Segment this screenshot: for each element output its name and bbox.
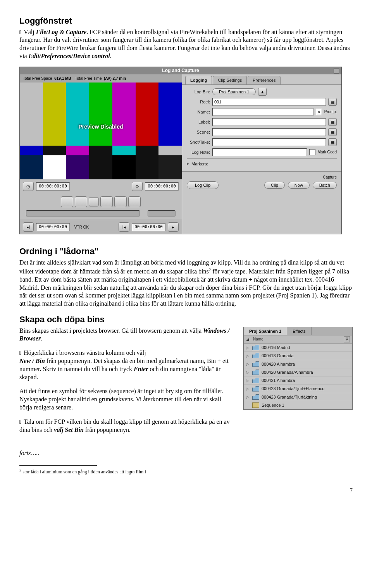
chevron-right-icon: ▷ [246,370,250,375]
page-number: 7 [19,487,353,495]
mark-good-checkbox[interactable] [309,149,315,155]
shot-take-input[interactable] [212,138,326,146]
forts-label: forts….. [19,449,353,457]
reel-label: Reel: [187,99,210,105]
bin-icon [252,370,259,375]
para-bins-a: Bins skapas enklast i projektets browser… [19,327,234,343]
column-sort[interactable]: ∇ [344,336,350,342]
shuttle-slider[interactable] [26,210,140,217]
footnote-rule [19,465,97,466]
log-note-input[interactable] [212,148,307,156]
list-item[interactable]: Sequence 1 [244,401,352,409]
list-item[interactable]: ▷ 000418 Granada [244,352,352,360]
browser-tab-effects[interactable]: Effects [287,327,311,335]
status-bar: Total Free Space 619,1 MB Total Free Tim… [20,74,182,83]
chevron-right-icon: ▷ [246,345,250,350]
shot-take-slate-button[interactable]: ▦ [328,138,337,146]
log-clip-button[interactable]: Log Clip [187,181,219,189]
play-button[interactable] [100,196,113,207]
bin-icon [252,361,259,367]
window-collapse-button[interactable] [334,68,339,74]
label-label-field: Label: [187,119,210,125]
preview-area: Preview Disabled [20,83,182,179]
rewind-button[interactable] [61,196,73,207]
chevron-right-icon: ▷ [246,378,250,383]
scene-label: Scene: [187,129,210,135]
log-bin-button[interactable]: Proj Spaninen 1 [212,88,256,95]
reel-slate-button[interactable]: ▦ [328,98,337,106]
log-bin-label: Log Bin: [187,89,210,95]
duration-timecode[interactable]: 00:00:00:00 [145,182,179,190]
list-item[interactable]: ▷ 000423 Granada/Tjurf+Flamenco [244,385,352,393]
browser-panel: Proj Spaninen 1 Effects ◢ Name ∇ ▷ 00041… [243,327,353,410]
scene-input[interactable] [212,128,326,136]
mark-good-label: Mark Good [318,150,337,155]
triangle-icon: ◢ [246,337,253,342]
bin-icon [252,345,259,350]
reel-input[interactable] [212,98,326,106]
heading-ordning: Ordning i "lådorna" [19,246,353,257]
sequence-icon [252,402,259,408]
transport-controls [20,193,182,210]
para-bins-c: Att det finns en symbol för sekvens (seq… [19,387,234,411]
chevron-right-icon: ▷ [246,394,250,399]
apple-icon:  [19,350,21,356]
capture-batch-button[interactable]: Batch [313,182,337,189]
para-ordning: Det är inte alldeles självklart vad som … [19,259,353,308]
capture-now-button[interactable]: Now [288,182,310,189]
bin-icon [252,394,259,400]
out-timecode[interactable]: 00:00:00:00 [132,223,165,231]
name-input[interactable] [212,108,313,116]
log-note-label: Log Note: [187,150,210,155]
capture-clip-button[interactable]: Clip [264,182,285,189]
apple-icon:  [19,29,21,35]
name-label: Name: [187,109,210,115]
prompt-checkbox[interactable]: ✕ [316,109,322,115]
capture-title: Capture [187,175,337,180]
tab-logging[interactable]: Logging [185,76,212,84]
chevron-right-icon [187,162,189,165]
clock-icon[interactable]: ◷ [23,182,34,191]
list-item[interactable]: ▷ 000423 Granada/Tjurfäktning [244,393,352,401]
para-bins-b:  Högerklicka i browserns vänstra kolumn… [19,349,234,381]
current-timecode[interactable]: 00:00:00:00 [36,182,70,190]
log-and-capture-window: Log and Capture Total Free Space 619,1 M… [19,67,342,235]
list-item[interactable]: ▷ 000420 Granada/Alhambra [244,368,352,377]
stop-button[interactable] [89,197,99,206]
para-loggfonstret:  Välj File/Log & Capture. FCP sänder då… [19,28,353,60]
step-back-button[interactable] [75,196,87,207]
apple-icon:  [19,419,21,425]
chevron-right-icon: ▷ [246,386,250,391]
in-timecode[interactable]: 00:00:00:00 [36,223,70,231]
up-bin-button[interactable]: ▲ [258,88,267,96]
step-fwd-button[interactable] [114,196,127,207]
list-item[interactable]: ▷ 000416 Madrid [244,344,352,352]
heading-loggfonstret: Loggfönstret [19,15,353,27]
footnote: 2 stor låda i aluminium som en gång i ti… [19,467,353,475]
bin-icon [252,378,259,383]
goto-out-button[interactable]: ▸ [168,222,179,232]
bin-icon [252,353,259,358]
tab-clip-settings[interactable]: Clip Settings [213,76,247,84]
list-item[interactable]: ▷ 000420 Alhambra [244,360,352,368]
window-titlebar: Log and Capture [20,67,341,75]
bin-icon [252,386,259,392]
fast-fwd-button[interactable] [128,196,141,207]
label-input[interactable] [212,118,326,126]
chevron-right-icon: ▷ [246,353,250,358]
mark-in-button[interactable]: ▸| [23,222,34,232]
duration-icon[interactable]: ⟳ [132,182,143,191]
preview-disabled-label: Preview Disabled [20,123,182,130]
column-name[interactable]: Name [253,337,344,342]
markers-section[interactable]: Markers: [187,158,337,167]
browser-tab-project[interactable]: Proj Spaninen 1 [244,327,287,335]
heading-skapa-bins: Skapa och döpa bins [19,314,353,325]
jog-wheel[interactable] [148,210,176,217]
prompt-label: Prompt [324,109,337,114]
mark-out-button[interactable]: |◂ [119,222,129,232]
browser-header: ◢ Name ∇ [244,335,352,344]
scene-slate-button[interactable]: ▦ [328,128,337,136]
label-slate-button[interactable]: ▦ [328,118,337,126]
list-item[interactable]: ▷ 000421 Alhambra [244,377,352,385]
tab-preferences[interactable]: Preferences [248,76,281,84]
